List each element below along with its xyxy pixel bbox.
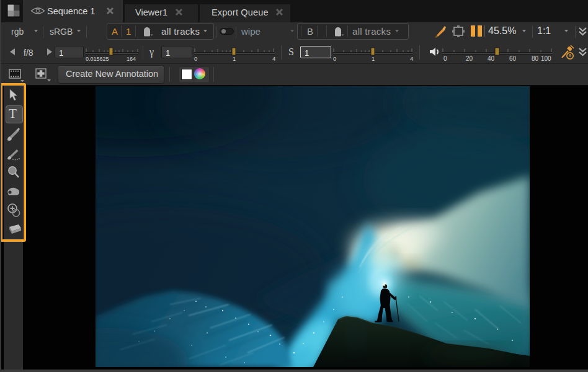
svg-text:0: 0 [194,55,197,62]
svg-text:0.015625: 0.015625 [86,56,109,62]
svg-text:164: 164 [127,56,136,62]
svg-text:0: 0 [333,55,336,62]
svg-text:4: 4 [272,55,275,62]
svg-text:4: 4 [410,55,413,62]
svg-text:0: 0 [443,55,447,62]
svg-text:40: 40 [488,55,495,62]
svg-text:100: 100 [541,55,551,62]
svg-text:1: 1 [372,55,375,62]
svg-text:1: 1 [233,55,236,62]
svg-text:60: 60 [509,55,517,62]
svg-text:20: 20 [466,55,473,62]
svg-text:80: 80 [532,55,539,62]
